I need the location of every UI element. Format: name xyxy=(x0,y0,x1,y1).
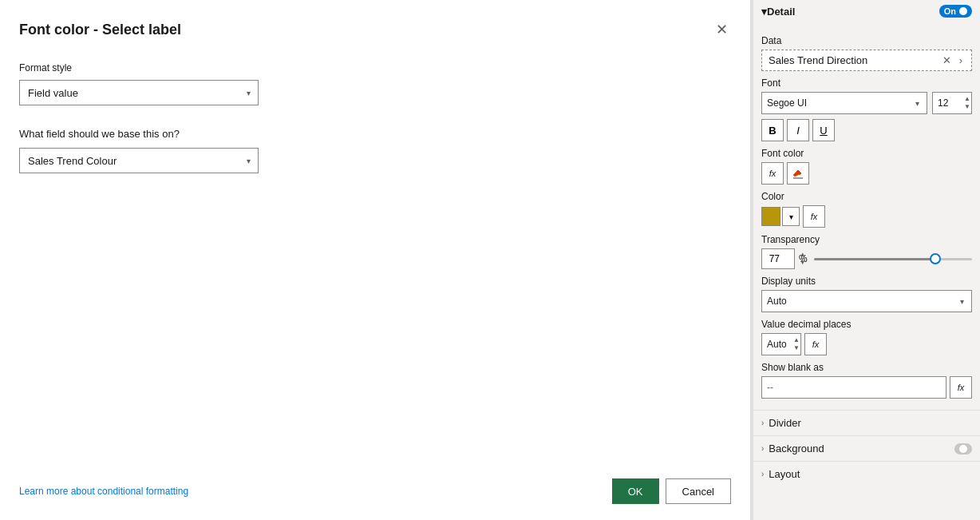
transparency-row: ▲ ▼ % xyxy=(761,248,972,269)
modal-footer: Learn more about conditional formatting … xyxy=(19,478,731,504)
divider-chevron-icon: › xyxy=(761,419,764,427)
decimal-places-label: Value decimal places xyxy=(761,319,972,330)
field-question-label: What field should we base this on? xyxy=(19,128,731,140)
transparency-up-icon[interactable]: ▲ xyxy=(800,251,806,259)
transparency-value-wrapper: ▲ ▼ % xyxy=(761,248,808,269)
toggle-circle-icon xyxy=(959,7,967,15)
detail-label: Detail xyxy=(767,6,795,18)
modal-header: Font color - Select label ✕ xyxy=(19,19,731,40)
italic-button[interactable]: I xyxy=(787,119,809,141)
learn-more-link[interactable]: Learn more about conditional formatting xyxy=(19,486,188,497)
display-units-label: Display units xyxy=(761,276,972,287)
display-units-dropdown[interactable]: Auto xyxy=(761,290,972,312)
decimal-up-icon[interactable]: ▲ xyxy=(793,336,800,344)
detail-collapse-icon: ▾ xyxy=(761,6,767,18)
font-color-row: fx xyxy=(761,162,972,185)
font-size-down-icon[interactable]: ▼ xyxy=(964,103,970,111)
color-label: Color xyxy=(761,191,972,202)
font-label: Font xyxy=(761,77,972,89)
transparency-label: Transparency xyxy=(761,234,972,245)
background-label: Background xyxy=(769,443,824,455)
decimal-fx-button[interactable]: fx xyxy=(804,333,827,355)
underline-button[interactable]: U xyxy=(812,119,835,141)
show-blank-fx-button[interactable]: fx xyxy=(950,376,972,399)
format-style-label: Format style xyxy=(19,62,731,73)
transparency-down-icon[interactable]: ▼ xyxy=(800,259,806,267)
decimal-down-icon[interactable]: ▼ xyxy=(793,344,800,352)
toggle-label: On xyxy=(944,6,956,16)
transparency-slider-track xyxy=(814,258,972,260)
field-base-section: What field should we base this on? Sales… xyxy=(19,125,731,173)
decimal-row: ▲ ▼ fx xyxy=(761,333,972,355)
right-section-body: Data Sales Trend Direction ✕ › Font Sego… xyxy=(753,22,980,410)
font-size-spinner[interactable]: ▲ ▼ xyxy=(964,92,970,114)
detail-section-header: ▾ Detail On xyxy=(753,0,980,22)
font-size-wrapper: ▲ ▼ xyxy=(932,92,972,114)
background-section-row[interactable]: › Background xyxy=(753,435,980,461)
show-blank-row: fx xyxy=(761,376,972,399)
field-base-dropdown[interactable]: Sales Trend Colour xyxy=(19,148,259,173)
show-blank-input[interactable] xyxy=(761,376,946,399)
data-field-row: Sales Trend Direction ✕ › xyxy=(761,50,972,71)
font-color-label: Font color xyxy=(761,148,972,159)
font-style-row: B I U xyxy=(761,119,972,141)
right-panel: ▾ Detail On Data Sales Trend Direction ✕… xyxy=(753,0,980,520)
background-toggle[interactable] xyxy=(954,443,972,455)
background-chevron-icon: › xyxy=(761,444,764,453)
bold-button[interactable]: B xyxy=(761,119,784,141)
font-row: Segoe UI ▾ ▲ ▼ xyxy=(761,92,972,114)
modal-panel: Font color - Select label ✕ Format style… xyxy=(0,0,750,520)
background-row-left: › Background xyxy=(761,443,824,455)
font-family-dropdown[interactable]: Segoe UI xyxy=(761,92,927,114)
data-field-clear-button[interactable]: ✕ xyxy=(940,54,954,67)
data-field-value: Sales Trend Direction xyxy=(769,54,867,66)
color-fx-button[interactable]: fx xyxy=(803,205,825,228)
transparency-slider-thumb[interactable] xyxy=(930,253,941,264)
divider-section-row[interactable]: › Divider xyxy=(753,410,980,435)
close-button[interactable]: ✕ xyxy=(713,19,731,40)
format-style-dropdown-wrapper: Field value ▾ xyxy=(19,80,259,105)
eraser-icon xyxy=(792,168,804,179)
field-base-dropdown-wrapper: Sales Trend Colour ▾ xyxy=(19,148,259,173)
layout-section-row[interactable]: › Layout xyxy=(753,461,980,486)
font-color-fx-button[interactable]: fx xyxy=(761,162,784,185)
data-label: Data xyxy=(761,35,972,46)
font-size-up-icon[interactable]: ▲ xyxy=(964,95,970,103)
modal-title: Font color - Select label xyxy=(19,22,181,38)
decimal-spinner-wrapper: ▲ ▼ xyxy=(761,333,801,355)
decimal-spinner[interactable]: ▲ ▼ xyxy=(793,333,800,355)
data-field-nav-button[interactable]: › xyxy=(957,54,965,67)
format-style-dropdown[interactable]: Field value xyxy=(19,80,259,105)
font-family-wrapper: Segoe UI ▾ xyxy=(761,92,927,114)
divider-label: Divider xyxy=(769,417,800,429)
layout-label: Layout xyxy=(769,468,800,480)
layout-chevron-icon: › xyxy=(761,470,764,478)
data-field-icons: ✕ › xyxy=(940,54,965,67)
color-swatch[interactable] xyxy=(761,207,780,226)
color-swatch-row: ▾ fx xyxy=(761,205,972,228)
display-units-wrapper: Auto ▾ xyxy=(761,290,972,312)
detail-toggle[interactable]: On xyxy=(939,5,972,18)
transparency-slider-wrapper xyxy=(814,249,972,268)
cancel-button[interactable]: Cancel xyxy=(666,478,731,504)
show-blank-label: Show blank as xyxy=(761,362,972,373)
color-chevron-button[interactable]: ▾ xyxy=(782,207,800,226)
ok-button[interactable]: OK xyxy=(612,478,659,504)
footer-buttons: OK Cancel xyxy=(612,478,731,504)
transparency-input[interactable] xyxy=(761,248,795,269)
format-style-section: Format style Field value ▾ xyxy=(19,62,731,105)
font-color-erase-button[interactable] xyxy=(787,162,809,185)
toggle-circle-off-icon xyxy=(959,445,967,453)
transparency-spinner[interactable]: ▲ ▼ xyxy=(800,248,806,269)
